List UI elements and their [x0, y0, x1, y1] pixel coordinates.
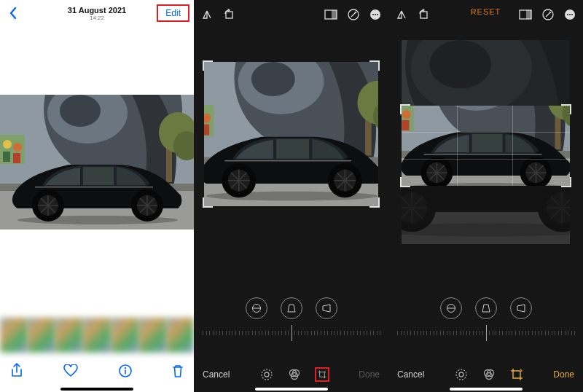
ruler-tick: [397, 331, 398, 335]
straighten-button[interactable]: [440, 297, 462, 319]
cancel-button[interactable]: Cancel: [203, 369, 230, 380]
reset-button[interactable]: RESET: [471, 7, 501, 16]
crop-handle-bl[interactable]: [203, 197, 213, 208]
more-button[interactable]: [369, 9, 381, 23]
crop-handle-br[interactable]: [561, 177, 571, 187]
crop-tab[interactable]: [315, 367, 329, 382]
ruler-tick: [420, 331, 421, 335]
ruler-tick: [522, 331, 523, 335]
ruler-tick: [262, 331, 262, 335]
transform-controls: [194, 297, 388, 319]
editor-bottom-bar: Cancel Done: [388, 367, 583, 382]
crop-handle-tr[interactable]: [369, 60, 380, 71]
crop-handle-tl[interactable]: [203, 60, 213, 71]
thumbnail[interactable]: [139, 318, 166, 353]
thumbnail[interactable]: [0, 318, 27, 353]
edit-button[interactable]: Edit: [157, 4, 189, 22]
flip-vertical-button[interactable]: [396, 9, 407, 23]
home-indicator[interactable]: [60, 388, 133, 391]
markup-button[interactable]: [348, 9, 359, 23]
svg-point-57: [459, 372, 463, 377]
more-button[interactable]: [564, 9, 576, 23]
crop-handle-bl[interactable]: [400, 177, 410, 187]
rotate-button[interactable]: [223, 9, 235, 23]
crop-handle-tl[interactable]: [400, 104, 410, 114]
ruler-tick: [259, 331, 259, 335]
ruler-tick: [235, 331, 236, 335]
ruler-tick: [285, 331, 286, 335]
ruler-tick: [509, 331, 509, 335]
crop-canvas[interactable]: [204, 62, 378, 206]
ruler-tick: [209, 331, 210, 335]
aspect-ratio-button[interactable]: [324, 9, 337, 23]
thumbnail[interactable]: [111, 318, 138, 353]
ruler-tick: [496, 331, 496, 335]
ruler-tick: [317, 331, 318, 335]
ruler-tick: [423, 331, 424, 335]
rotation-ruler[interactable]: [397, 325, 574, 341]
svg-rect-31: [226, 12, 232, 18]
edit-mode-tabs: [454, 367, 524, 382]
thumbnail[interactable]: [167, 318, 194, 353]
vertical-perspective-button[interactable]: [281, 297, 302, 319]
ruler-tick: [222, 331, 223, 335]
svg-point-38: [377, 14, 378, 15]
svg-rect-46: [420, 12, 427, 18]
crop-canvas[interactable]: [402, 106, 570, 186]
vertical-perspective-button[interactable]: [475, 297, 497, 319]
ruler-tick: [414, 331, 415, 335]
ruler-tick: [404, 331, 404, 335]
flip-vertical-button[interactable]: [201, 9, 213, 23]
filters-tab[interactable]: [287, 367, 302, 382]
home-indicator[interactable]: [450, 388, 523, 391]
photo-image: [204, 62, 378, 206]
info-button[interactable]: [119, 364, 132, 380]
ruler-tick: [493, 331, 493, 335]
horizontal-perspective-button[interactable]: [510, 297, 532, 319]
horizontal-perspective-button[interactable]: [316, 297, 337, 319]
crop-handle-br[interactable]: [369, 197, 380, 208]
share-button[interactable]: [10, 363, 23, 382]
ruler-tick: [574, 331, 575, 335]
aspect-ratio-button[interactable]: [519, 9, 532, 23]
cancel-button[interactable]: Cancel: [397, 369, 424, 380]
rotate-button[interactable]: [418, 9, 429, 23]
ruler-tick: [360, 331, 361, 335]
adjust-icon: [260, 368, 273, 381]
ruler-tick: [288, 331, 289, 335]
done-button[interactable]: Done: [553, 369, 574, 380]
ruler-tick: [373, 331, 374, 335]
back-button[interactable]: [4, 4, 22, 22]
thumbnail-strip[interactable]: [0, 318, 194, 353]
photo-display[interactable]: [0, 95, 194, 230]
favorite-button[interactable]: [63, 364, 78, 380]
ruler-tick: [519, 331, 520, 335]
svg-point-56: [456, 369, 466, 380]
rotation-ruler[interactable]: [203, 325, 380, 341]
markup-button[interactable]: [542, 9, 554, 23]
done-button[interactable]: Done: [359, 369, 380, 380]
straighten-button[interactable]: [246, 297, 267, 319]
markup-icon: [542, 9, 554, 20]
thumbnail[interactable]: [28, 318, 55, 353]
grid-line: [457, 106, 458, 186]
flip-vertical-icon: [396, 9, 407, 20]
grid-line: [402, 159, 570, 160]
crop-tab[interactable]: [509, 367, 524, 382]
filters-tab[interactable]: [482, 367, 496, 382]
svg-rect-30: [125, 370, 126, 375]
adjust-tab[interactable]: [259, 367, 274, 382]
ruler-tick: [434, 331, 434, 335]
thumbnail[interactable]: [55, 318, 82, 353]
adjust-tab[interactable]: [454, 367, 469, 382]
straighten-icon: [446, 303, 456, 313]
svg-point-36: [372, 14, 374, 15]
ruler-tick: [370, 331, 371, 335]
home-indicator[interactable]: [255, 388, 328, 391]
delete-button[interactable]: [172, 364, 184, 381]
thumbnail[interactable]: [83, 318, 110, 353]
ruler-tick: [357, 331, 358, 335]
crop-handle-tr[interactable]: [561, 104, 571, 114]
ruler-tick: [334, 331, 334, 335]
ruler-tick: [568, 331, 568, 335]
